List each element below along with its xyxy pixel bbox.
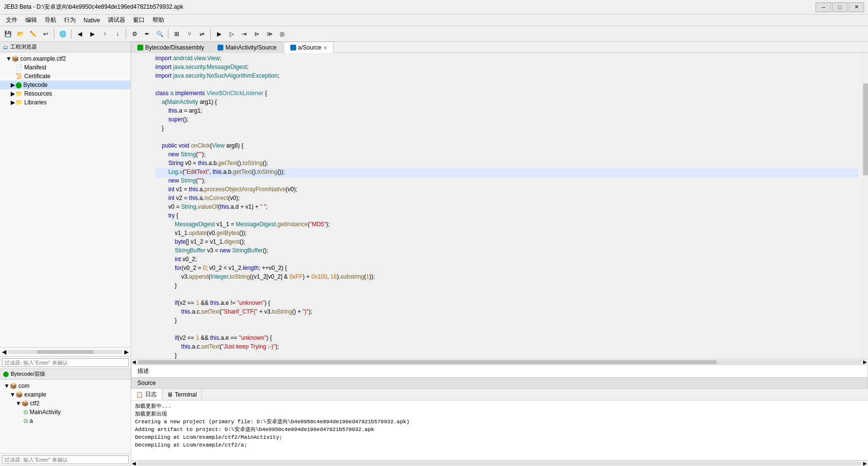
tree-toggle-resources[interactable]: ▶: [10, 90, 16, 97]
tb-save[interactable]: 💾: [2, 28, 14, 40]
log-hscroll-track[interactable]: [138, 462, 861, 466]
tb-back[interactable]: ◀: [74, 28, 85, 40]
code-area[interactable]: import android.view.View; import java.se…: [131, 53, 862, 359]
tb-decompile[interactable]: ⚙: [129, 28, 140, 40]
hier-toggle-example[interactable]: ▼: [10, 391, 16, 398]
code-line: new String("");: [155, 177, 858, 186]
hier-item-com[interactable]: ▼ 📦 com: [0, 382, 131, 390]
code-line: byte[] v1_2 = v1_1.digest();: [155, 238, 858, 247]
code-line: public void onClick(View arg8) {: [155, 142, 858, 151]
tb-pen[interactable]: ✏️: [27, 28, 39, 40]
tree-label-libraries: Libraries: [24, 99, 47, 106]
tree-scroll-right[interactable]: ▶: [124, 349, 129, 355]
project-browser: 🗂 工程浏览器 ▼ 📦 com.example.ctf2 📄 Manifest: [0, 42, 131, 369]
certificate-icon: 📜: [16, 73, 23, 80]
terminal-icon: 🖥: [167, 391, 173, 398]
maximize-button[interactable]: □: [832, 2, 848, 12]
menu-action[interactable]: 行为: [60, 15, 80, 25]
code-hscroll[interactable]: ◀ ▶: [131, 359, 868, 365]
log-line: 加载更新中...: [135, 402, 864, 410]
tab-a-source[interactable]: a/Source ✕: [284, 42, 334, 53]
tree-toggle-libraries[interactable]: ▶: [10, 99, 16, 106]
hier-item-ctf2[interactable]: ▼ 📦 ctf2: [0, 399, 131, 408]
code-line: [155, 133, 858, 142]
tree-item-com[interactable]: ▼ 📦 com.example.ctf2: [0, 54, 131, 63]
hscroll-left-arrow[interactable]: ◀: [132, 359, 136, 365]
menu-window[interactable]: 窗口: [129, 15, 149, 25]
tree-toggle-com[interactable]: ▼: [6, 55, 12, 62]
log-tab-terminal[interactable]: 🖥 Terminal: [162, 389, 202, 400]
hierarchy-filter-input[interactable]: [2, 455, 129, 464]
tb-up[interactable]: ↑: [99, 28, 111, 40]
tb-down[interactable]: ↓: [112, 28, 123, 40]
tb-fwd[interactable]: ▶: [86, 28, 98, 40]
desc-tab-describe[interactable]: 描述: [131, 365, 868, 377]
tree-item-resources[interactable]: ▶ 📁 Resources: [0, 89, 131, 98]
hscroll-right-arrow[interactable]: ▶: [863, 359, 867, 365]
tb-debug2[interactable]: ≫: [264, 28, 275, 40]
code-line: int v0_2;: [155, 256, 858, 265]
menu-edit[interactable]: 编辑: [21, 15, 41, 25]
tab-bytecode[interactable]: Bytecode/Disassembly: [131, 42, 210, 53]
tb-search[interactable]: 🔍: [154, 28, 166, 40]
tb-play2[interactable]: ▷: [226, 28, 237, 40]
tree-item-bytecode[interactable]: ▶ ⬤ Bytecode: [0, 81, 131, 89]
log-tab-log[interactable]: 📋 日志: [131, 389, 162, 400]
tree-scroll-left[interactable]: ◀: [2, 349, 6, 355]
tb-branch[interactable]: ⑂: [184, 28, 195, 40]
tree-hscroll[interactable]: [8, 350, 122, 354]
close-button[interactable]: ✕: [849, 2, 864, 12]
hier-item-example[interactable]: ▼ 📦 example: [0, 390, 131, 399]
hier-example-icon: 📦: [16, 391, 23, 398]
code-line: this.a = arg1;: [155, 107, 858, 116]
scroll-thumb[interactable]: [863, 83, 868, 175]
tree-item-certificate[interactable]: 📜 Certificate: [0, 72, 131, 81]
terminal-tab-label: Terminal: [175, 391, 197, 398]
menu-file[interactable]: 文件: [2, 15, 21, 25]
hier-class-icon-main: ⊙: [23, 409, 28, 416]
toolbar-sep-4: [168, 29, 168, 39]
log-hscroll-right[interactable]: ▶: [863, 461, 867, 466]
menu-navigate[interactable]: 导航: [41, 15, 60, 25]
code-line: import android.view.View;: [155, 55, 858, 64]
log-hscroll-left[interactable]: ◀: [132, 461, 136, 466]
log-tab-bar: 📋 日志 🖥 Terminal: [131, 389, 868, 400]
tb-undo[interactable]: ↩: [40, 28, 51, 40]
hier-label-a: a: [30, 417, 33, 424]
project-filter-input[interactable]: [2, 358, 129, 367]
tb-grid[interactable]: ⊞: [171, 28, 183, 40]
menu-help[interactable]: 帮助: [149, 15, 168, 25]
code-scroll-indicator[interactable]: [862, 53, 868, 359]
hier-toggle-ctf2[interactable]: ▼: [16, 400, 21, 407]
tb-play[interactable]: ▶: [213, 28, 225, 40]
tree-label-manifest: Manifest: [24, 64, 46, 71]
code-line: v1_1.update(v0.getBytes());: [155, 230, 858, 238]
minimize-button[interactable]: ─: [816, 2, 831, 12]
code-line: if(v2 == 1 && this.a.e != "unknown") {: [155, 300, 858, 308]
toolbar-sep-2: [71, 29, 71, 39]
tb-step[interactable]: ⇥: [238, 28, 250, 40]
tb-globe[interactable]: 🌐: [57, 28, 68, 40]
tb-open[interactable]: 📂: [15, 28, 26, 40]
log-hscroll[interactable]: ◀ ▶: [131, 460, 868, 466]
hier-item-mainactivity[interactable]: ⊙ MainActivity: [0, 408, 131, 416]
tree-item-libraries[interactable]: ▶ 📁 Libraries: [0, 98, 131, 107]
menu-debugger[interactable]: 调试器: [104, 15, 129, 25]
tab-bytecode-icon: [137, 45, 143, 50]
hier-item-a[interactable]: ⊙ a: [0, 416, 131, 425]
code-line: }: [155, 282, 858, 291]
tb-debug3[interactable]: ◎: [276, 28, 288, 40]
hier-toggle-com[interactable]: ▼: [4, 383, 10, 389]
tab-mainactivity[interactable]: MainActivity/Source: [211, 42, 283, 53]
tb-debug1[interactable]: ⊳: [251, 28, 263, 40]
menu-native[interactable]: Native: [80, 16, 104, 25]
code-line: v0 = String.valueOf(this.a.d + v1) + " "…: [155, 203, 858, 212]
tb-split[interactable]: ⇌: [196, 28, 208, 40]
tab-a-source-close[interactable]: ✕: [323, 45, 327, 50]
hscroll-track[interactable]: [138, 360, 861, 364]
tree-item-manifest[interactable]: 📄 Manifest: [0, 63, 131, 72]
tb-pencil2[interactable]: ✒: [141, 28, 153, 40]
desc-tab-source[interactable]: Source: [131, 377, 868, 388]
tree-toggle-bytecode[interactable]: ▶: [10, 82, 16, 88]
toolbar: 💾 📂 ✏️ ↩ 🌐 ◀ ▶ ↑ ↓ ⚙ ✒ 🔍 ⊞ ⑂ ⇌ ▶ ▷ ⇥ ⊳ ≫…: [0, 26, 868, 42]
